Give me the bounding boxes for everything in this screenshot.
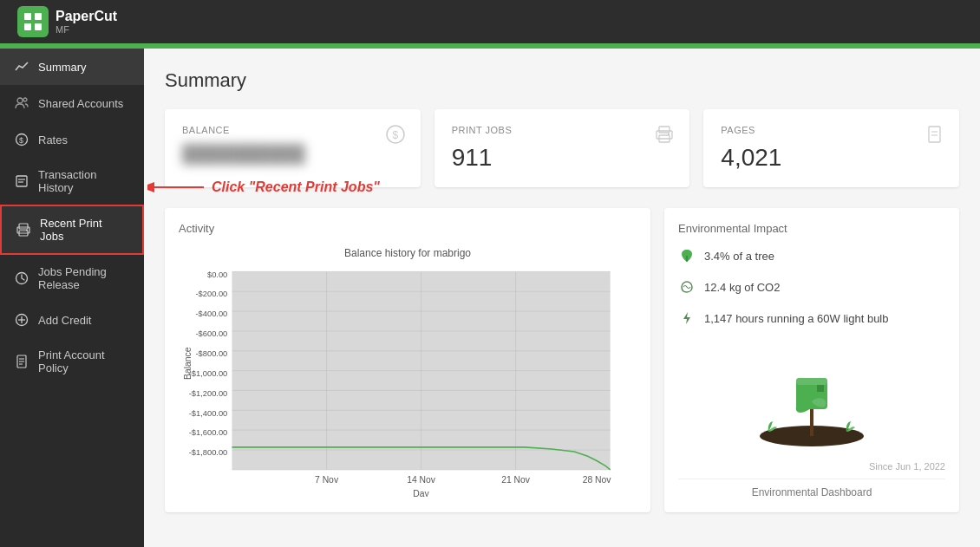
sidebar-item-print-account-policy[interactable]: Print Account Policy	[0, 338, 144, 385]
env-item-co2: 12.4 kg of CO2	[678, 278, 945, 296]
logo-name: PaperCut	[56, 9, 117, 24]
activity-title: Activity	[179, 222, 637, 235]
env-dashboard-link[interactable]: Environmental Dashboard	[678, 479, 945, 498]
env-plant-illustration	[742, 354, 881, 449]
env-item-tree: 3.4% of a tree	[678, 247, 945, 264]
bottom-row: Activity Balance history for mabrigo $0.…	[165, 208, 959, 512]
svg-text:Day: Day	[413, 489, 429, 497]
sidebar-item-jobs-pending-release[interactable]: Jobs Pending Release	[0, 255, 144, 302]
leaf-icon	[678, 247, 696, 264]
svg-text:$0.00: $0.00	[207, 270, 227, 279]
papercut-logo-icon	[17, 6, 49, 37]
svg-point-5	[17, 98, 23, 103]
svg-rect-12	[19, 224, 28, 229]
svg-rect-70	[817, 385, 824, 392]
logo-sub: MF	[56, 24, 117, 35]
sidebar-item-summary[interactable]: Summary	[0, 49, 144, 85]
svg-text:28 Nov: 28 Nov	[583, 475, 612, 485]
svg-text:14 Nov: 14 Nov	[407, 475, 436, 485]
stat-cards: BALANCE ██████████ $ PRINT JOBS 911	[165, 109, 959, 187]
env-title: Environmental Impact	[678, 222, 945, 235]
env-footer: Since Jun 1, 2022 Environmental Dashboar…	[678, 461, 945, 498]
svg-rect-30	[929, 127, 940, 142]
svg-rect-2	[35, 13, 42, 20]
pending-icon	[14, 270, 29, 286]
env-item-energy: 1,147 hours running a 60W light bulb	[678, 309, 945, 327]
sidebar: Summary Shared Accounts $ Rat	[0, 49, 144, 547]
co2-icon	[678, 278, 696, 296]
print-icon	[16, 222, 31, 238]
sidebar-label-transaction-history: Transaction History	[38, 168, 130, 194]
svg-text:7 Nov: 7 Nov	[315, 475, 339, 485]
sidebar-label-jobs-pending-release: Jobs Pending Release	[38, 265, 130, 291]
svg-rect-9	[16, 176, 27, 186]
sidebar-item-shared-accounts[interactable]: Shared Accounts	[0, 85, 144, 121]
svg-rect-69	[796, 378, 827, 385]
svg-rect-1	[24, 13, 31, 20]
svg-point-29	[668, 133, 670, 135]
policy-icon	[14, 354, 29, 369]
sidebar-label-summary: Summary	[38, 61, 87, 74]
history-icon	[14, 173, 29, 189]
print-jobs-value: 911	[452, 144, 673, 172]
print-jobs-card: PRINT JOBS 911	[434, 109, 690, 187]
env-panel: Environmental Impact 3.4% of a tree	[664, 208, 959, 512]
sidebar-item-rates[interactable]: $ Rates	[0, 121, 144, 158]
svg-rect-4	[35, 23, 42, 30]
pages-label: PAGES	[721, 125, 942, 135]
svg-text:21 Nov: 21 Nov	[501, 475, 531, 485]
main-content: Summary BALANCE ██████████ $ PRINT JOBS …	[144, 49, 980, 547]
env-energy-text: 1,147 hours running a 60W light bulb	[704, 312, 888, 325]
svg-text:-$800.00: -$800.00	[195, 349, 227, 358]
balance-value: ██████████	[182, 144, 403, 164]
sidebar-label-shared-accounts: Shared Accounts	[38, 97, 123, 110]
svg-rect-3	[24, 23, 31, 30]
page-title: Summary	[165, 69, 959, 92]
env-since: Since Jun 1, 2022	[869, 461, 945, 472]
svg-text:-$1,600.00: -$1,600.00	[189, 428, 228, 437]
pages-value: 4,021	[721, 144, 942, 172]
sidebar-item-add-credit[interactable]: Add Credit	[0, 302, 144, 338]
svg-rect-26	[659, 127, 670, 133]
svg-text:-$600.00: -$600.00	[195, 329, 227, 338]
top-bar: PaperCut MF	[0, 0, 980, 43]
logo: PaperCut MF	[17, 6, 117, 37]
svg-point-6	[23, 98, 27, 101]
printer-icon	[655, 125, 674, 147]
svg-text:-$400.00: -$400.00	[195, 309, 227, 318]
balance-card: BALANCE ██████████ $	[165, 109, 421, 187]
env-tree-text: 3.4% of a tree	[704, 250, 774, 263]
sidebar-label-recent-print-jobs: Recent Print Jobs	[40, 217, 128, 243]
chart-container: Balance history for mabrigo $0.00 -$200.…	[179, 247, 637, 498]
svg-text:-$1,800.00: -$1,800.00	[189, 448, 228, 457]
sidebar-label-rates: Rates	[38, 133, 68, 147]
page-icon	[924, 125, 944, 147]
rates-icon: $	[14, 132, 29, 147]
sidebar-label-print-account-policy: Print Account Policy	[38, 348, 130, 374]
sidebar-label-add-credit: Add Credit	[38, 314, 91, 327]
sidebar-item-recent-print-jobs[interactable]: Recent Print Jobs	[0, 205, 144, 255]
chart-icon	[14, 59, 29, 75]
balance-chart: $0.00 -$200.00 -$400.00 -$600.00 -$800.0…	[179, 263, 637, 497]
svg-point-15	[26, 230, 28, 231]
env-items: 3.4% of a tree 12.4 kg of CO2	[678, 247, 945, 327]
dollar-icon: $	[386, 125, 405, 147]
activity-panel: Activity Balance history for mabrigo $0.…	[165, 208, 650, 512]
pages-card: PAGES 4,021	[703, 109, 959, 187]
svg-rect-0	[17, 6, 49, 37]
svg-text:Balance: Balance	[183, 347, 193, 380]
svg-text:-$200.00: -$200.00	[195, 290, 227, 298]
balance-label: BALANCE	[182, 125, 403, 135]
env-co2-text: 12.4 kg of CO2	[704, 281, 780, 294]
accounts-icon	[14, 95, 29, 111]
svg-text:-$1,400.00: -$1,400.00	[189, 409, 228, 418]
svg-text:$: $	[392, 129, 398, 141]
credit-icon	[14, 312, 29, 328]
svg-text:-$1,000.00: -$1,000.00	[189, 369, 228, 378]
sidebar-item-transaction-history[interactable]: Transaction History	[0, 158, 144, 205]
env-illustration	[678, 341, 945, 461]
chart-title: Balance history for mabrigo	[179, 247, 637, 259]
print-jobs-label: PRINT JOBS	[452, 125, 673, 135]
svg-marker-65	[683, 312, 690, 324]
svg-text:$: $	[19, 136, 23, 145]
